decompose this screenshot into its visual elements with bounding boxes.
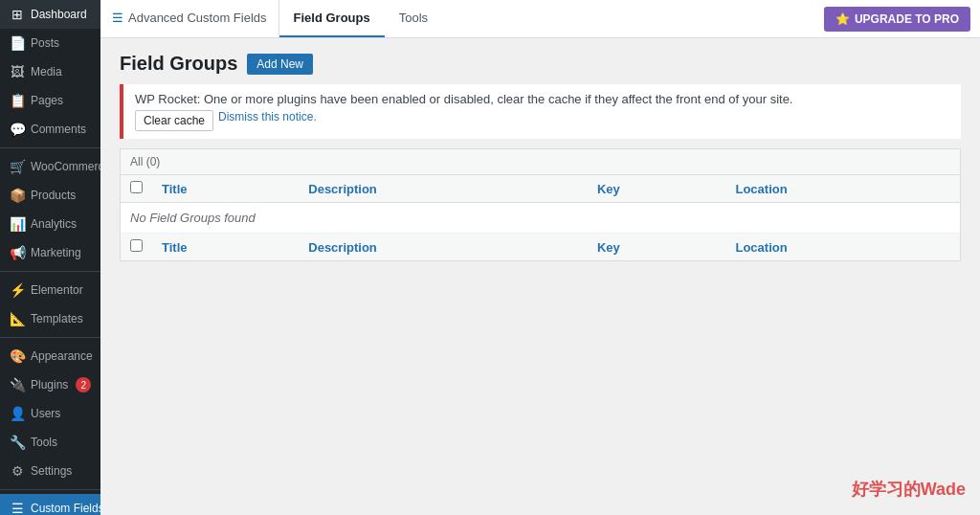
- settings-icon: ⚙: [10, 463, 25, 479]
- sidebar-item-label: WooCommerce: [31, 160, 100, 173]
- users-icon: 👤: [10, 406, 25, 421]
- sidebar-item-marketing[interactable]: 📢 Marketing: [0, 238, 100, 267]
- tools-tab-label: Tools: [399, 11, 428, 25]
- sidebar-item-label: Dashboard: [31, 8, 87, 21]
- sidebar-item-label: Elementor: [31, 283, 83, 297]
- table-header-key: Key: [588, 175, 726, 203]
- custom-fields-icon: ☰: [10, 501, 25, 515]
- plugin-header: ☰ Advanced Custom Fields Field Groups To…: [100, 0, 980, 38]
- sidebar-item-label: Media: [31, 65, 62, 78]
- marketing-icon: 📢: [10, 245, 25, 260]
- sidebar-item-label: Settings: [31, 464, 72, 478]
- table-footer-title[interactable]: Title: [152, 234, 299, 261]
- table-header-row: Title Description Key Location: [121, 175, 960, 203]
- sidebar-item-media[interactable]: 🖼 Media: [0, 57, 100, 86]
- sidebar-item-products[interactable]: 📦 Products: [0, 181, 100, 210]
- comments-icon: 💬: [10, 122, 25, 137]
- sidebar-item-label: Users: [31, 407, 60, 420]
- table-footer-checkbox: [121, 234, 152, 261]
- templates-icon: 📐: [10, 311, 25, 326]
- plugin-tabs: ☰ Advanced Custom Fields Field Groups To…: [100, 0, 824, 37]
- sidebar-item-settings[interactable]: ⚙ Settings: [0, 457, 100, 485]
- table-header-checkbox: [121, 175, 152, 203]
- sidebar-item-label: Appearance: [31, 349, 93, 363]
- table-footer-key: Key: [588, 234, 726, 261]
- select-all-footer-checkbox[interactable]: [130, 239, 143, 252]
- upgrade-label: UPGRADE TO PRO: [855, 12, 959, 26]
- no-items-message: No Field Groups found: [121, 203, 960, 234]
- plugins-badge: 2: [76, 377, 91, 392]
- appearance-icon: 🎨: [10, 348, 25, 364]
- sidebar-item-label: Pages: [31, 94, 63, 107]
- sidebar-item-label: Tools: [31, 436, 57, 449]
- posts-icon: 📄: [10, 35, 25, 51]
- sidebar-item-woocommerce[interactable]: 🛒 WooCommerce: [0, 152, 100, 181]
- acf-icon: ☰: [112, 11, 123, 25]
- sidebar-item-label: Products: [31, 189, 76, 202]
- field-groups-table-container: All (0) Title Description: [120, 148, 961, 261]
- sidebar-item-label: Comments: [31, 123, 86, 136]
- plugin-tab-tools[interactable]: Tools: [385, 0, 442, 37]
- table-footer-description: Description: [299, 234, 588, 261]
- page-title: Field Groups: [120, 53, 237, 75]
- table-header-location: Location: [725, 175, 960, 203]
- plugins-icon: 🔌: [10, 377, 25, 392]
- elementor-icon: ⚡: [10, 282, 25, 298]
- analytics-icon: 📊: [10, 216, 25, 232]
- notice-actions: Clear cache Dismiss this notice.: [135, 110, 949, 131]
- acf-title: Advanced Custom Fields: [128, 11, 267, 25]
- sidebar-item-posts[interactable]: 📄 Posts: [0, 29, 100, 57]
- dashboard-icon: ⊞: [10, 7, 25, 22]
- no-items-row: No Field Groups found: [121, 203, 960, 234]
- woocommerce-icon: 🛒: [10, 159, 25, 174]
- plugin-tab-acf-title: ☰ Advanced Custom Fields: [100, 0, 279, 37]
- page-title-bar: Field Groups Add New: [120, 53, 961, 75]
- sidebar-item-label: Marketing: [31, 246, 81, 259]
- plugin-tab-field-groups[interactable]: Field Groups: [279, 0, 385, 37]
- sidebar-item-tools[interactable]: 🔧 Tools: [0, 428, 100, 457]
- table-header-description: Description: [299, 175, 588, 203]
- sidebar: ⊞ Dashboard 📄 Posts 🖼 Media 📋 Pages 💬 Co…: [0, 0, 100, 515]
- sidebar-item-dashboard[interactable]: ⊞ Dashboard: [0, 0, 100, 29]
- sidebar-item-templates[interactable]: 📐 Templates: [0, 304, 100, 333]
- add-new-button[interactable]: Add New: [247, 54, 313, 75]
- sidebar-item-users[interactable]: 👤 Users: [0, 399, 100, 428]
- table-header-title[interactable]: Title: [152, 175, 299, 203]
- sidebar-item-label: Plugins: [31, 378, 68, 392]
- field-groups-table: Title Description Key Location: [121, 175, 960, 260]
- sidebar-item-appearance[interactable]: 🎨 Appearance: [0, 342, 100, 370]
- table-filter-bar: All (0): [121, 149, 960, 175]
- sidebar-item-elementor[interactable]: ⚡ Elementor: [0, 276, 100, 304]
- sidebar-item-label: Analytics: [31, 217, 77, 231]
- wp-rocket-notice: WP Rocket: One or more plugins have been…: [120, 84, 961, 139]
- products-icon: 📦: [10, 188, 25, 203]
- media-icon: 🖼: [10, 64, 25, 79]
- field-groups-tab-label: Field Groups: [294, 11, 370, 25]
- sidebar-item-custom-fields[interactable]: ☰ Custom Fields: [0, 494, 100, 515]
- dismiss-notice-link[interactable]: Dismiss this notice.: [218, 110, 317, 131]
- clear-cache-button[interactable]: Clear cache: [135, 110, 213, 131]
- sidebar-item-label: Posts: [31, 36, 59, 50]
- sidebar-item-label: Custom Fields: [31, 502, 100, 515]
- select-all-checkbox[interactable]: [130, 181, 143, 193]
- table-footer-location: Location: [725, 234, 960, 261]
- tools-icon: 🔧: [10, 435, 25, 450]
- sidebar-item-plugins[interactable]: 🔌 Plugins 2: [0, 370, 100, 399]
- upgrade-icon: ⭐: [835, 12, 850, 26]
- pages-icon: 📋: [10, 93, 25, 108]
- sidebar-item-pages[interactable]: 📋 Pages: [0, 86, 100, 115]
- sidebar-item-analytics[interactable]: 📊 Analytics: [0, 210, 100, 238]
- filter-all-label: All (0): [130, 155, 160, 168]
- sidebar-item-comments[interactable]: 💬 Comments: [0, 115, 100, 144]
- table-footer-row: Title Description Key Location: [121, 234, 960, 261]
- sidebar-item-label: Templates: [31, 312, 83, 325]
- notice-text: WP Rocket: One or more plugins have been…: [135, 92, 949, 106]
- page-content: Field Groups Add New WP Rocket: One or m…: [100, 38, 980, 515]
- main-content: ☰ Advanced Custom Fields Field Groups To…: [100, 0, 980, 515]
- upgrade-to-pro-button[interactable]: ⭐ UPGRADE TO PRO: [824, 7, 970, 32]
